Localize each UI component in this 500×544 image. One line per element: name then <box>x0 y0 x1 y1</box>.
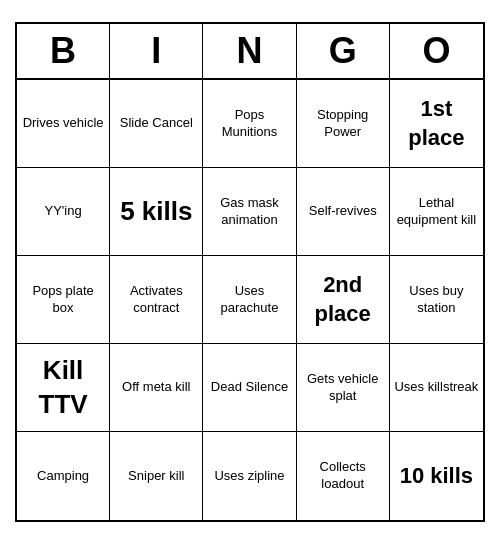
bingo-letter-b: B <box>17 24 110 78</box>
bingo-cell-18: Gets vehicle splat <box>297 344 390 432</box>
bingo-cell-19: Uses killstreak <box>390 344 483 432</box>
bingo-grid: Drives vehicleSlide CancelPops Munitions… <box>17 80 483 520</box>
bingo-cell-12: Uses parachute <box>203 256 296 344</box>
bingo-cell-23: Collects loadout <box>297 432 390 520</box>
bingo-cell-17: Dead Silence <box>203 344 296 432</box>
bingo-cell-7: Gas mask animation <box>203 168 296 256</box>
bingo-cell-16: Off meta kill <box>110 344 203 432</box>
bingo-letter-o: O <box>390 24 483 78</box>
bingo-cell-24: 10 kills <box>390 432 483 520</box>
bingo-cell-4: 1st place <box>390 80 483 168</box>
bingo-cell-14: Uses buy station <box>390 256 483 344</box>
bingo-cell-2: Pops Munitions <box>203 80 296 168</box>
bingo-letter-g: G <box>297 24 390 78</box>
bingo-cell-9: Lethal equipment kill <box>390 168 483 256</box>
bingo-cell-3: Stopping Power <box>297 80 390 168</box>
bingo-cell-11: Activates contract <box>110 256 203 344</box>
bingo-card: BINGO Drives vehicleSlide CancelPops Mun… <box>15 22 485 522</box>
bingo-cell-1: Slide Cancel <box>110 80 203 168</box>
bingo-letter-i: I <box>110 24 203 78</box>
bingo-cell-21: Sniper kill <box>110 432 203 520</box>
bingo-letter-n: N <box>203 24 296 78</box>
bingo-cell-5: YY'ing <box>17 168 110 256</box>
bingo-cell-20: Camping <box>17 432 110 520</box>
bingo-cell-0: Drives vehicle <box>17 80 110 168</box>
bingo-cell-13: 2nd place <box>297 256 390 344</box>
bingo-cell-15: Kill TTV <box>17 344 110 432</box>
bingo-header: BINGO <box>17 24 483 80</box>
bingo-cell-10: Pops plate box <box>17 256 110 344</box>
bingo-cell-6: 5 kills <box>110 168 203 256</box>
bingo-cell-22: Uses zipline <box>203 432 296 520</box>
bingo-cell-8: Self-revives <box>297 168 390 256</box>
